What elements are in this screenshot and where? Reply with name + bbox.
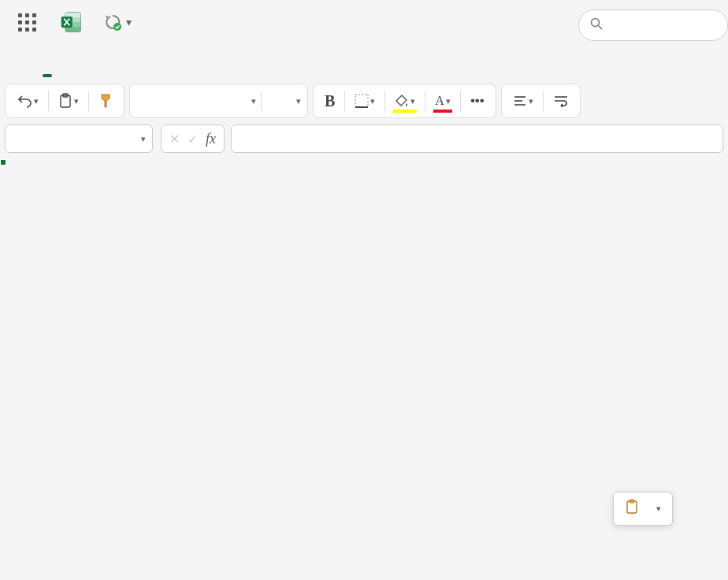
svg-rect-4 bbox=[65, 27, 80, 32]
font-size-input[interactable] bbox=[266, 93, 292, 110]
ribbon-toolbar: ▾ ▾ ▾ ▾ B ▾ ▾ A▾ ••• ▾ bbox=[0, 79, 728, 123]
tab-formulas[interactable] bbox=[164, 66, 170, 79]
align-button[interactable]: ▾ bbox=[508, 87, 538, 115]
paste-options-button[interactable]: ▾ bbox=[613, 492, 673, 526]
svg-point-6 bbox=[113, 23, 121, 31]
title-bar: ▾ bbox=[0, 0, 728, 44]
undo-button[interactable]: ▾ bbox=[12, 87, 43, 115]
formula-bar-row: ▾ ✕ ✓ fx bbox=[0, 123, 728, 154]
paste-button[interactable]: ▾ bbox=[54, 87, 84, 115]
svg-rect-11 bbox=[355, 95, 368, 107]
tab-view[interactable] bbox=[254, 66, 260, 79]
svg-line-8 bbox=[599, 26, 603, 30]
excel-logo-icon bbox=[60, 11, 82, 33]
ribbon-tabs bbox=[0, 44, 728, 79]
app-launcher-button[interactable] bbox=[13, 8, 41, 36]
font-color-button[interactable]: A▾ bbox=[430, 87, 455, 115]
fx-icon[interactable]: fx bbox=[206, 131, 216, 147]
waffle-icon bbox=[18, 13, 36, 32]
svg-point-7 bbox=[592, 19, 600, 27]
chevron-down-icon[interactable]: ▾ bbox=[141, 134, 146, 144]
chevron-down-icon[interactable]: ▾ bbox=[296, 96, 301, 106]
accept-formula-icon: ✓ bbox=[188, 132, 198, 147]
tab-home[interactable] bbox=[44, 66, 50, 79]
toolbar-group-clipboard: ▾ ▾ bbox=[5, 84, 124, 118]
more-options-button[interactable]: ••• bbox=[466, 87, 489, 115]
borders-button[interactable]: ▾ bbox=[350, 87, 380, 115]
wrap-text-button[interactable] bbox=[548, 87, 574, 115]
formula-bar[interactable] bbox=[231, 125, 723, 153]
tab-help[interactable] bbox=[284, 66, 290, 79]
fill-color-button[interactable]: ▾ bbox=[390, 87, 420, 115]
format-painter-button[interactable] bbox=[94, 87, 117, 115]
tab-review[interactable] bbox=[224, 66, 230, 79]
clipboard-icon bbox=[625, 499, 639, 519]
svg-rect-1 bbox=[65, 13, 80, 17]
tab-share[interactable] bbox=[104, 66, 110, 79]
chevron-down-icon: ▾ bbox=[656, 504, 661, 514]
name-box-input[interactable] bbox=[12, 131, 122, 147]
search-icon bbox=[590, 17, 603, 33]
search-box[interactable] bbox=[578, 9, 728, 41]
cancel-formula-icon: ✕ bbox=[169, 132, 180, 147]
tab-insert[interactable] bbox=[74, 66, 80, 79]
tab-data[interactable] bbox=[194, 66, 200, 79]
chevron-down-icon[interactable]: ▾ bbox=[251, 96, 256, 106]
tab-file[interactable] bbox=[14, 66, 20, 79]
svg-rect-18 bbox=[630, 500, 634, 503]
formula-controls: ✕ ✓ fx bbox=[161, 125, 225, 153]
sync-status-icon[interactable] bbox=[104, 13, 121, 31]
search-input[interactable] bbox=[612, 17, 722, 33]
toolbar-group-align: ▾ bbox=[501, 84, 581, 118]
chevron-down-icon[interactable]: ▾ bbox=[126, 16, 132, 28]
toolbar-group-formatting: B ▾ ▾ A▾ ••• bbox=[313, 84, 496, 118]
name-box[interactable]: ▾ bbox=[5, 125, 153, 153]
toolbar-group-font: ▾ ▾ bbox=[129, 84, 308, 118]
bold-button[interactable]: B bbox=[320, 87, 340, 115]
font-name-select[interactable] bbox=[136, 93, 247, 110]
tab-page-layout[interactable] bbox=[134, 66, 140, 79]
